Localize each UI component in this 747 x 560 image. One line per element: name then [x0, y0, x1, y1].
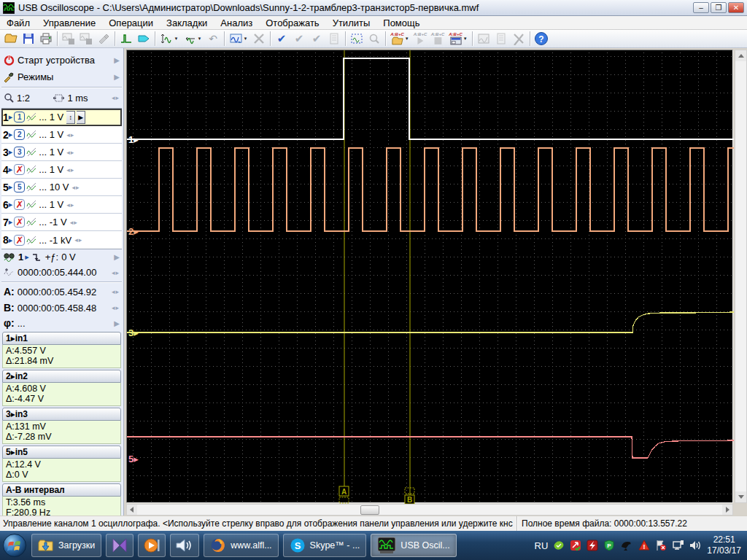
channel-row-2[interactable]: 2▸ 2 ... 1 V ◂▸: [1, 126, 122, 144]
channel-row-1[interactable]: 1▸ 1 ... 1 V ↕ ▶: [1, 109, 122, 126]
open-file-button[interactable]: [2, 31, 20, 47]
channel-mode-icon[interactable]: 2: [14, 129, 25, 140]
close-button[interactable]: ✕: [728, 2, 744, 13]
volume-tray-icon[interactable]: [689, 540, 702, 551]
adjust-arrows-icon[interactable]: ◂▸: [66, 131, 74, 139]
trigger-row[interactable]: 1▸ +ƒ: 0 V ▶: [1, 249, 122, 265]
channel-expand-button[interactable]: ▶: [77, 111, 85, 124]
coupling-wave-icon[interactable]: [26, 165, 37, 174]
display-mode-button[interactable]: ▼: [227, 31, 250, 47]
coupling-wave-icon[interactable]: [26, 217, 37, 227]
taskbar-mediaplayer-button[interactable]: [138, 534, 166, 557]
result-delete-button[interactable]: [510, 31, 527, 47]
taskbar-downloads-button[interactable]: Загрузки: [31, 534, 101, 557]
taskbar-oscilloscope-button[interactable]: USB Oscil...: [371, 534, 456, 557]
scroll-right-button[interactable]: [722, 505, 732, 515]
chevron-right-icon[interactable]: ▶: [114, 253, 120, 261]
print-button[interactable]: [37, 31, 55, 47]
abc-stop-button[interactable]: A:B+C: [429, 31, 446, 47]
measure-header[interactable]: 1▸in1: [2, 332, 121, 345]
taskbar-kmplayer-button[interactable]: [106, 534, 133, 557]
channel-row-6[interactable]: 6▸ ✗ ... 1 V ◂▸: [1, 196, 122, 214]
channel-row-8[interactable]: 8▸ ✗ ... -1 kV ◂▸: [1, 231, 122, 249]
network-icon[interactable]: [672, 540, 684, 551]
zoom-selection-button[interactable]: [348, 31, 365, 47]
phase-row[interactable]: φ: ... ▶: [1, 316, 122, 330]
undo-button[interactable]: ↶: [204, 31, 222, 47]
single-sweep-button[interactable]: [117, 31, 135, 47]
file-time-row[interactable]: 0000:00:05.444.00 ◂▸: [1, 265, 122, 280]
maximize-button[interactable]: ❐: [711, 2, 727, 13]
channel-disabled-icon[interactable]: ✗: [14, 235, 25, 246]
menu-bookmarks[interactable]: Закладки: [160, 16, 214, 30]
adjust-arrows-icon[interactable]: ◂▸: [74, 236, 82, 244]
taskbar-volume-button[interactable]: [170, 534, 199, 557]
inspect-button[interactable]: [365, 31, 383, 47]
edit-signal-button[interactable]: [95, 31, 112, 47]
language-indicator[interactable]: RU: [535, 540, 549, 551]
adjust-arrows-icon[interactable]: ◂▸: [66, 166, 74, 174]
action-center-flag-icon[interactable]: [655, 540, 667, 551]
adjust-arrows-icon[interactable]: ◂▸: [112, 269, 120, 276]
zoom-ratio-value[interactable]: 1:2: [17, 93, 30, 104]
coupling-wave-icon[interactable]: [26, 112, 37, 122]
shield-icon[interactable]: P: [603, 540, 615, 551]
menu-utilities[interactable]: Утилиты: [326, 16, 377, 30]
vertical-scrollbar[interactable]: [735, 50, 747, 503]
channel-row-7[interactable]: 7▸ ✗ ... -1 V ◂▸: [1, 214, 122, 231]
measure-header[interactable]: A-B интервал: [2, 483, 121, 497]
apply-check-2-button[interactable]: ✔: [290, 31, 308, 47]
adjust-arrows-icon[interactable]: ◂▸: [112, 304, 120, 311]
taskbar-clock[interactable]: 22:51 17/03/17: [707, 534, 741, 556]
channel-row-5[interactable]: 5▸ 5 ... 10 V ◂▸: [1, 179, 122, 196]
taskbar-firefox-button[interactable]: www.alfl...: [204, 534, 278, 557]
adjust-arrows-icon[interactable]: ◂▸: [66, 201, 74, 209]
start-button[interactable]: [0, 531, 29, 560]
help-button[interactable]: ?: [533, 31, 550, 47]
menu-control[interactable]: Управление: [36, 16, 102, 30]
channel-mode-icon[interactable]: 5: [14, 182, 25, 192]
marker-button[interactable]: [135, 31, 152, 47]
satellite-icon[interactable]: [620, 540, 633, 551]
result-chart-button[interactable]: [475, 31, 492, 47]
measure-header[interactable]: 2▸in2: [2, 370, 121, 383]
delete-signal-button[interactable]: [250, 31, 268, 47]
coupling-wave-icon[interactable]: [26, 130, 37, 139]
adjust-arrows-icon[interactable]: ◂▸: [112, 288, 120, 295]
result-report-button[interactable]: [492, 31, 510, 47]
antivirus-icon[interactable]: [553, 540, 565, 551]
time-per-div-value[interactable]: 1 ms: [67, 93, 88, 104]
protocol-button[interactable]: [325, 31, 343, 47]
apply-check-3-button[interactable]: ✔: [308, 31, 325, 47]
menu-file[interactable]: Файл: [0, 16, 36, 30]
channel-row-3[interactable]: 3▸ 3 ... 1 V ◂▸: [1, 144, 122, 161]
scroll-thumb[interactable]: [360, 505, 379, 515]
download-check-icon[interactable]: [570, 540, 581, 551]
channel-mode-icon[interactable]: 1: [14, 112, 25, 122]
horizontal-scrollbar[interactable]: [126, 504, 733, 516]
channel-spin-button[interactable]: ↕: [66, 111, 75, 124]
scroll-up-button[interactable]: [735, 50, 746, 61]
menu-help[interactable]: Помощь: [376, 16, 426, 30]
save-button[interactable]: [20, 31, 37, 47]
channel-mode-icon[interactable]: 3: [14, 147, 25, 158]
measure-header[interactable]: 3▸in3: [2, 408, 121, 421]
menu-analysis[interactable]: Анализ: [214, 16, 259, 30]
scroll-left-button[interactable]: [127, 505, 137, 515]
copy-signal-image-button[interactable]: [77, 31, 95, 47]
warning-icon[interactable]: !: [638, 540, 650, 551]
cursor-a-row[interactable]: A: 0000:00:05.454.92 ◂▸: [1, 284, 122, 300]
signal-options-2-button[interactable]: ▼: [181, 31, 204, 47]
abc-panel-button[interactable]: A:B+C ▼: [446, 31, 470, 47]
minimize-button[interactable]: –: [693, 2, 709, 13]
start-device-row[interactable]: Старт устройства ▶: [1, 52, 122, 69]
menu-display[interactable]: Отображать: [259, 16, 325, 30]
scroll-down-button[interactable]: [735, 491, 746, 502]
download-master-icon[interactable]: [587, 540, 598, 551]
cursor-b-row[interactable]: B: 0000:00:05.458.48 ◂▸: [1, 300, 122, 316]
waveform-display[interactable]: 1▸2▸3▸5▸AB: [126, 50, 733, 503]
adjust-arrows-icon[interactable]: ◂▸: [112, 94, 120, 101]
taskbar-skype-button[interactable]: S Skype™ - ...: [283, 534, 367, 557]
trigger-level-value[interactable]: 0 V: [61, 252, 76, 262]
save-signal-image-button[interactable]: [60, 31, 77, 47]
